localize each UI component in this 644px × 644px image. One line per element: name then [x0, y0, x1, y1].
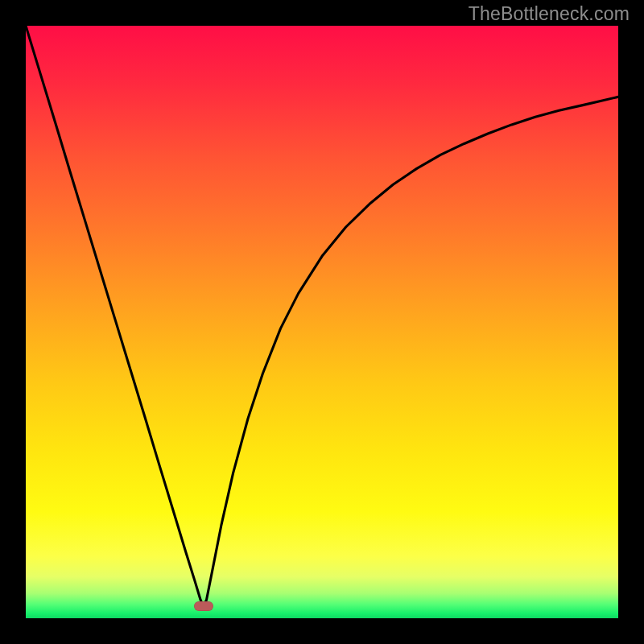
chart-frame: TheBottleneck.com	[0, 0, 644, 644]
curve-layer	[26, 26, 618, 618]
watermark-text: TheBottleneck.com	[469, 3, 630, 25]
plot-area	[26, 26, 618, 618]
optimum-marker	[194, 601, 213, 611]
bottleneck-curve	[26, 26, 618, 606]
